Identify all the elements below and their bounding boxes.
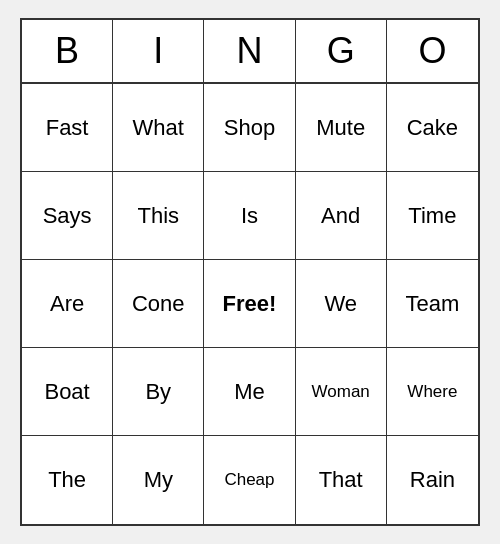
bingo-cell-1-2: Is — [204, 172, 295, 260]
bingo-cell-3-4: Where — [387, 348, 478, 436]
header-letter-i: I — [113, 20, 204, 82]
bingo-cell-4-0: The — [22, 436, 113, 524]
bingo-cell-3-3: Woman — [296, 348, 387, 436]
bingo-cell-4-2: Cheap — [204, 436, 295, 524]
header-letter-g: G — [296, 20, 387, 82]
bingo-cell-0-2: Shop — [204, 84, 295, 172]
bingo-cell-2-0: Are — [22, 260, 113, 348]
bingo-cell-3-2: Me — [204, 348, 295, 436]
bingo-cell-3-1: By — [113, 348, 204, 436]
header-letter-n: N — [204, 20, 295, 82]
bingo-cell-1-0: Says — [22, 172, 113, 260]
bingo-cell-2-2: Free! — [204, 260, 295, 348]
bingo-cell-0-4: Cake — [387, 84, 478, 172]
bingo-cell-2-3: We — [296, 260, 387, 348]
bingo-cell-0-1: What — [113, 84, 204, 172]
bingo-cell-4-3: That — [296, 436, 387, 524]
bingo-cell-2-4: Team — [387, 260, 478, 348]
bingo-cell-1-3: And — [296, 172, 387, 260]
bingo-cell-3-0: Boat — [22, 348, 113, 436]
bingo-grid: FastWhatShopMuteCakeSaysThisIsAndTimeAre… — [22, 84, 478, 524]
bingo-cell-2-1: Cone — [113, 260, 204, 348]
bingo-cell-0-3: Mute — [296, 84, 387, 172]
header-letter-b: B — [22, 20, 113, 82]
bingo-cell-4-1: My — [113, 436, 204, 524]
header-letter-o: O — [387, 20, 478, 82]
bingo-cell-4-4: Rain — [387, 436, 478, 524]
bingo-cell-0-0: Fast — [22, 84, 113, 172]
bingo-cell-1-4: Time — [387, 172, 478, 260]
bingo-header: BINGO — [22, 20, 478, 84]
bingo-card: BINGO FastWhatShopMuteCakeSaysThisIsAndT… — [20, 18, 480, 526]
bingo-cell-1-1: This — [113, 172, 204, 260]
